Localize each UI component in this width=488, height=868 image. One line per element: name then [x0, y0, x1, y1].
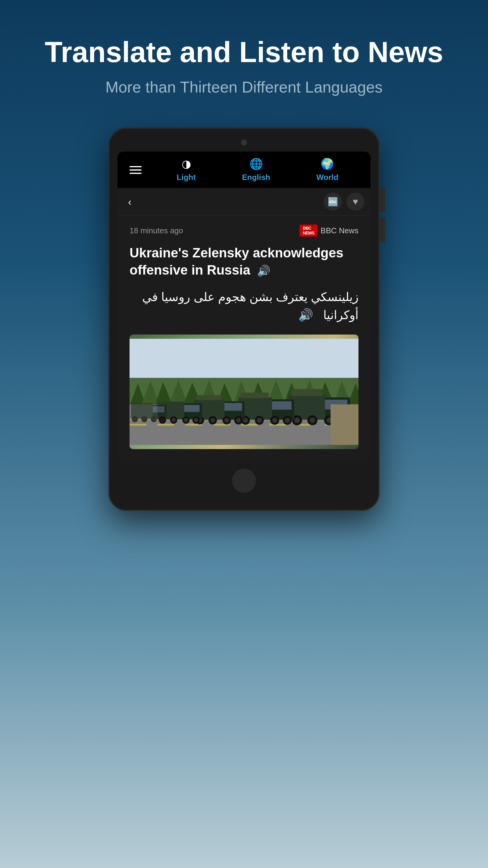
- nav-item-light[interactable]: ◑ Light: [177, 158, 196, 182]
- svg-point-50: [285, 418, 290, 423]
- article-title-ar: زيلينسكي يعترف بشن هجوم على روسيا في أوك…: [130, 288, 358, 324]
- menu-line-2: [130, 169, 141, 170]
- toolbar-actions: 🔤 ♥: [324, 193, 364, 211]
- svg-point-62: [236, 418, 241, 423]
- promo-subtitle: More than Thirteen Different Languages: [24, 77, 464, 98]
- svg-point-46: [257, 418, 262, 423]
- convoy-scene-svg: [130, 335, 358, 449]
- svg-point-81: [159, 416, 165, 422]
- svg-rect-76: [152, 406, 164, 412]
- menu-line-1: [130, 166, 141, 167]
- svg-rect-25: [269, 424, 286, 426]
- tablet-device: ◑ Light 🌐 English 🌍 World: [108, 127, 380, 510]
- tts-icon-en[interactable]: 🔊: [257, 264, 270, 278]
- article-title-en-text: Ukraine's Zelensky acknowledges offensiv…: [130, 245, 344, 277]
- tablet-home-button[interactable]: [232, 469, 256, 493]
- world-icon: 🌍: [321, 158, 334, 170]
- menu-button[interactable]: [127, 163, 144, 177]
- english-label: English: [242, 173, 270, 182]
- svg-point-74: [194, 418, 198, 422]
- tts-icon-ar[interactable]: 🔊: [298, 308, 313, 321]
- article-content: 18 minutes ago BBCNEWS BBC News Ukraine'…: [118, 216, 370, 461]
- translate-button[interactable]: 🔤: [324, 193, 342, 211]
- nav-item-world[interactable]: 🌍 World: [316, 158, 338, 182]
- svg-point-34: [310, 417, 315, 423]
- svg-point-78: [132, 416, 138, 422]
- svg-rect-53: [224, 403, 242, 411]
- article-title-en: Ukraine's Zelensky acknowledges offensiv…: [130, 244, 358, 278]
- light-label: Light: [177, 173, 196, 182]
- article-time: 18 minutes ago: [130, 226, 183, 236]
- svg-point-70: [172, 418, 175, 422]
- svg-rect-21: [158, 424, 174, 426]
- tablet-wrapper: ◑ Light 🌐 English 🌍 World: [0, 116, 488, 510]
- app-toolbar: ‹ 🔤 ♥: [118, 188, 370, 216]
- svg-point-60: [224, 418, 229, 423]
- back-button[interactable]: ‹: [124, 194, 136, 209]
- menu-line-3: [130, 173, 141, 174]
- tablet-side-button-top: [380, 188, 385, 212]
- svg-point-32: [294, 417, 300, 423]
- svg-rect-39: [292, 389, 322, 396]
- promo-section: Translate and Listen to News More than T…: [0, 0, 488, 116]
- source-name: BBC News: [321, 226, 358, 236]
- svg-point-72: [184, 418, 188, 422]
- nav-item-english[interactable]: 🌐 English: [242, 158, 270, 182]
- light-icon: ◑: [182, 158, 191, 170]
- tablet-screen: ◑ Light 🌐 English 🌍 World: [118, 152, 370, 461]
- svg-point-48: [272, 418, 278, 423]
- app-navbar: ◑ Light 🌐 English 🌍 World: [118, 152, 370, 188]
- article-image-container: [130, 335, 358, 449]
- article-source: BBCNEWS BBC News: [299, 224, 358, 237]
- article-image: [130, 335, 358, 449]
- svg-point-80: [151, 416, 157, 422]
- english-globe-icon: 🌐: [250, 158, 263, 170]
- tablet-camera: [241, 140, 247, 146]
- svg-rect-20: [130, 424, 147, 426]
- svg-rect-87: [330, 404, 358, 444]
- article-meta: 18 minutes ago BBCNEWS BBC News: [130, 224, 358, 237]
- heart-icon: ♥: [353, 196, 358, 207]
- favorite-button[interactable]: ♥: [347, 193, 364, 211]
- nav-items: ◑ Light 🌐 English 🌍 World: [154, 158, 361, 182]
- translate-icon: 🔤: [328, 197, 338, 207]
- svg-rect-63: [196, 395, 222, 400]
- svg-point-79: [141, 416, 147, 422]
- tablet-side-button-bottom: [380, 218, 385, 242]
- svg-rect-65: [184, 405, 200, 412]
- svg-point-58: [210, 418, 215, 423]
- promo-title: Translate and Listen to News: [24, 36, 464, 68]
- bbc-logo: BBCNEWS: [299, 224, 318, 237]
- world-label: World: [316, 173, 338, 182]
- svg-rect-51: [241, 393, 269, 398]
- svg-rect-41: [272, 401, 292, 410]
